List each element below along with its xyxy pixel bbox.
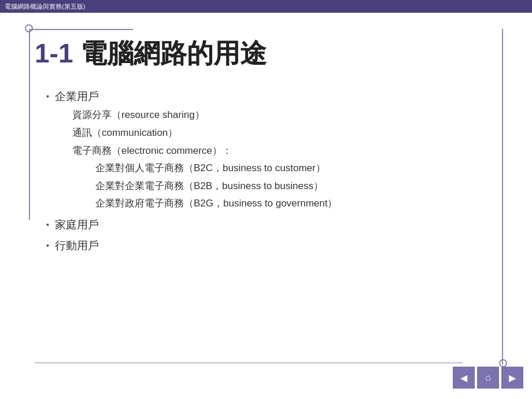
sub-sub-item-1: 企業對個人電子商務（B2C，business to customer） bbox=[95, 160, 338, 178]
slide-container: 1-1 電腦網路的用途 ▪ 企業用戶 資源分享（resource sharing… bbox=[0, 13, 532, 399]
sub-item-1-2: 通訊（communication） bbox=[72, 124, 338, 142]
slide-title-number: 1-1 bbox=[35, 38, 73, 68]
deco-vline-left bbox=[29, 29, 30, 220]
bullet-text-3: 行動用戶 bbox=[55, 237, 99, 254]
sub-sub-item-2: 企業對企業電子商務（B2B，business to business） bbox=[95, 178, 338, 195]
deco-hline-tl bbox=[29, 29, 133, 30]
bullet-text-2: 家庭用戶 bbox=[55, 216, 99, 234]
sub-item-1-3: 電子商務（electronic commerce）： 企業對個人電子商務（B2C… bbox=[72, 142, 338, 213]
slide-title-text: 電腦網路的用途 bbox=[80, 38, 267, 68]
sub-sub-list: 企業對個人電子商務（B2C，business to customer） 企業對企… bbox=[95, 160, 338, 213]
nav-back-button[interactable]: ◀ bbox=[453, 367, 475, 389]
bullet-text-1: 企業用戶 bbox=[55, 90, 99, 102]
slide-title: 1-1 電腦網路的用途 bbox=[35, 36, 497, 72]
slide-content: ▪ 企業用戶 資源分享（resource sharing） 通訊（communi… bbox=[46, 88, 497, 255]
deco-vline-right bbox=[502, 29, 503, 364]
sub-sub-item-3: 企業對政府電子商務（B2G，business to government） bbox=[95, 195, 338, 213]
sub-item-1-1: 資源分享（resource sharing） bbox=[72, 106, 338, 124]
deco-hline-bottom bbox=[35, 363, 463, 363]
nav-forward-button[interactable]: ▶ bbox=[501, 367, 523, 389]
sub-list-1: 資源分享（resource sharing） 通訊（communication）… bbox=[72, 106, 338, 213]
nav-home-button[interactable]: ⌂ bbox=[477, 367, 499, 389]
bullet-item-3: ▪ 行動用戶 bbox=[46, 237, 497, 254]
bullet-item-2: ▪ 家庭用戶 bbox=[46, 216, 497, 234]
top-bar: 電腦網路概論與實務(第五版) bbox=[0, 0, 532, 13]
bullet-icon-2: ▪ bbox=[46, 218, 49, 231]
bullet-icon-3: ▪ bbox=[46, 239, 49, 252]
bullet-item-1: ▪ 企業用戶 資源分享（resource sharing） 通訊（communi… bbox=[46, 88, 497, 213]
nav-buttons: ◀ ⌂ ▶ bbox=[453, 367, 523, 389]
top-bar-title: 電腦網路概論與實務(第五版) bbox=[5, 2, 85, 11]
deco-circle-br bbox=[499, 359, 507, 367]
bullet-icon-1: ▪ bbox=[46, 90, 49, 102]
